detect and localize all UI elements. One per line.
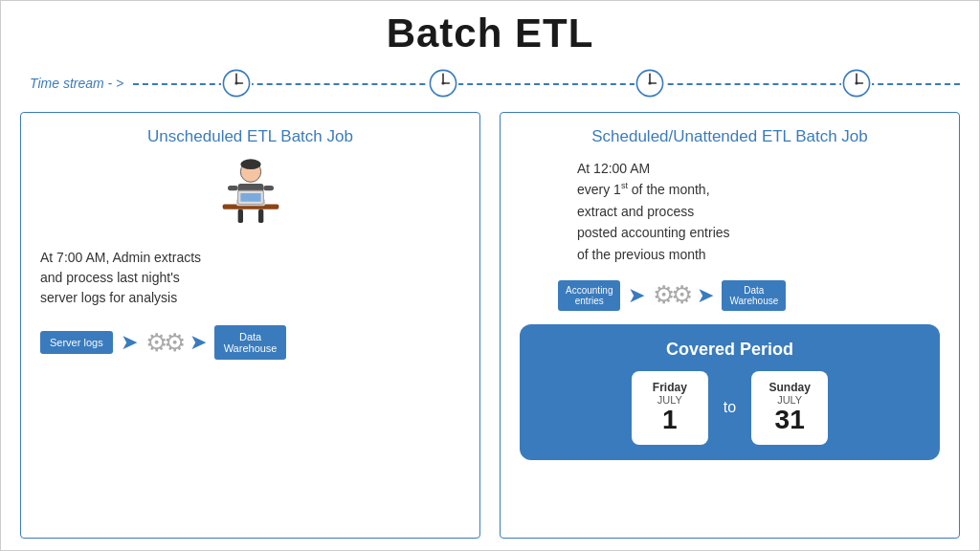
left-gear-icon: ⚙⚙ — [145, 328, 182, 358]
from-day-name: Friday — [647, 381, 693, 394]
left-arrow-2: ➤ — [189, 332, 207, 353]
clock-container — [133, 64, 960, 102]
svg-point-7 — [442, 81, 445, 84]
from-day: 1 — [647, 406, 693, 435]
covered-period-box: Covered Period Friday JULY 1 to Sunday J… — [520, 324, 940, 460]
date-row: Friday JULY 1 to Sunday JULY 31 — [539, 371, 921, 445]
to-label: to — [724, 399, 736, 416]
left-panel: Unscheduled ETL Batch Job — [20, 112, 480, 539]
content-area: Unscheduled ETL Batch Job — [20, 112, 960, 539]
svg-rect-19 — [228, 186, 238, 190]
to-date-box: Sunday JULY 31 — [751, 371, 828, 445]
main-container: Batch ETL Time stream - > — [0, 0, 980, 551]
right-panel-title: Scheduled/Unattended ETL Batch Job — [520, 127, 940, 146]
from-date-box: Friday JULY 1 — [632, 371, 708, 445]
left-panel-title: Unscheduled ETL Batch Job — [40, 127, 460, 146]
svg-rect-26 — [258, 209, 263, 223]
right-arrow-1: ➤ — [628, 285, 645, 306]
svg-point-15 — [855, 81, 858, 84]
left-source-box: Server logs — [40, 331, 113, 354]
right-dest-box: Data Warehouse — [722, 280, 786, 311]
svg-rect-20 — [263, 186, 274, 190]
to-day: 31 — [767, 406, 813, 435]
right-source-box: Accounting entries — [558, 280, 620, 311]
time-stream-label: Time stream - > — [30, 76, 123, 91]
left-panel-description: At 7:00 AM, Admin extracts and process l… — [40, 248, 460, 308]
svg-rect-25 — [237, 209, 242, 223]
to-day-name: Sunday — [767, 381, 813, 394]
admin-figure — [40, 158, 460, 234]
clock-icon-4 — [841, 68, 872, 99]
svg-rect-24 — [240, 193, 260, 202]
left-flow-row: Server logs ➤ ⚙⚙ ➤ Data Warehouse — [40, 325, 460, 360]
right-gear-icon: ⚙⚙ — [653, 280, 689, 310]
left-arrow-1: ➤ — [121, 332, 138, 353]
right-arrow-2: ➤ — [697, 285, 714, 306]
svg-point-17 — [240, 159, 260, 169]
covered-period-title: Covered Period — [539, 340, 921, 360]
right-panel-description: At 12:00 AMevery 1st of the month,extrac… — [520, 158, 940, 265]
page-title: Batch ETL — [20, 11, 960, 56]
right-panel: Scheduled/Unattended ETL Batch Job At 12… — [500, 112, 960, 539]
timeline-line — [133, 64, 960, 102]
svg-point-11 — [648, 81, 651, 84]
right-flow-row: Accounting entries ➤ ⚙⚙ ➤ Data Warehouse — [520, 280, 940, 311]
clock-icon-3 — [635, 68, 665, 99]
timeline-section: Time stream - > — [20, 64, 960, 102]
svg-point-3 — [235, 81, 238, 84]
clock-icon-2 — [428, 68, 458, 99]
left-dest-box: Data Warehouse — [214, 325, 287, 360]
clock-icon-1 — [221, 68, 252, 99]
